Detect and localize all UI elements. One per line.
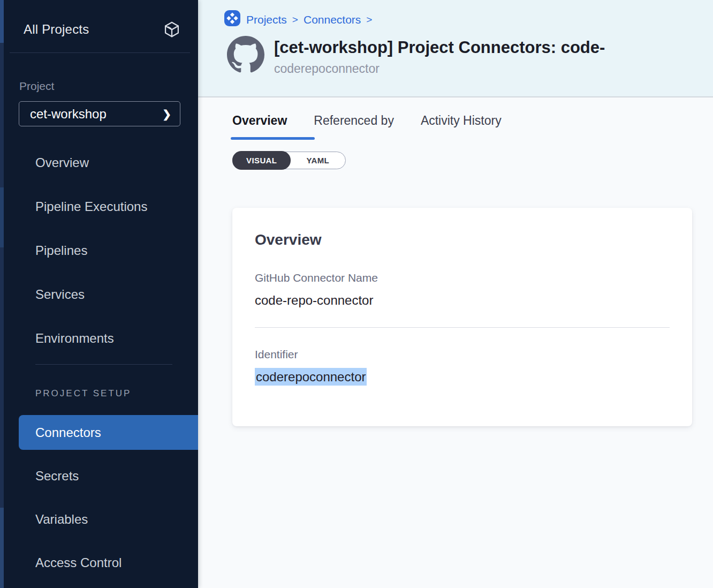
page-subtitle: coderepoconnector	[274, 62, 713, 76]
sidebar-setup-list: Connectors Secrets Variables Access Cont…	[0, 415, 198, 580]
nav-rail	[0, 0, 4, 588]
all-projects-label[interactable]: All Projects	[24, 22, 89, 37]
tab-activity-history[interactable]: Activity History	[421, 113, 502, 128]
breadcrumb-separator: >	[292, 14, 298, 26]
sidebar-item-pipelines[interactable]: Pipelines	[0, 243, 198, 258]
selected-text: coderepoconnector	[255, 368, 367, 386]
breadcrumb-projects[interactable]: Projects	[246, 13, 287, 26]
page-title: [cet-workshop] Project Connectors: code-	[274, 36, 713, 57]
tab-referenced-by[interactable]: Referenced by	[314, 113, 394, 128]
package-cube-icon[interactable]	[163, 20, 181, 39]
sidebar-item-access-control[interactable]: Access Control	[19, 545, 198, 580]
project-section-label: Project	[19, 80, 198, 93]
sidebar-item-services[interactable]: Services	[0, 287, 198, 301]
nav-rail-segment-bottom	[0, 508, 4, 588]
page-header: Projects > Connectors > [cet-workshop] P…	[198, 0, 713, 97]
nav-rail-segment-mid	[0, 187, 4, 247]
github-icon	[227, 36, 264, 73]
tab-bar: Overview Referenced by Activity History	[232, 97, 713, 128]
sidebar-item-variables[interactable]: Variables	[19, 502, 198, 537]
breadcrumb: Projects > Connectors >	[224, 0, 713, 29]
overview-card: Overview GitHub Connector Name code-repo…	[232, 208, 692, 426]
sidebar-item-environments[interactable]: Environments	[0, 331, 198, 345]
sidebar-divider-top	[10, 52, 190, 53]
breadcrumb-separator: >	[366, 14, 372, 26]
field-label-connector-name: GitHub Connector Name	[255, 272, 670, 284]
sidebar-item-overview[interactable]: Overview	[0, 155, 198, 170]
field-divider	[255, 327, 670, 328]
chevron-right-icon: ❯	[162, 108, 171, 120]
field-value-identifier: coderepoconnector	[255, 370, 670, 385]
field-value-connector-name: code-repo-connector	[255, 293, 670, 308]
card-heading: Overview	[255, 231, 670, 248]
visual-yaml-toggle: VISUAL YAML	[232, 152, 346, 169]
breadcrumb-connectors[interactable]: Connectors	[304, 13, 361, 26]
sidebar-item-pipeline-executions[interactable]: Pipeline Executions	[0, 199, 198, 214]
sidebar-divider-setup	[35, 364, 172, 365]
sidebar-item-secrets[interactable]: Secrets	[19, 458, 198, 493]
projects-diamond-icon	[224, 10, 241, 29]
project-setup-heading: PROJECT SETUP	[35, 388, 198, 399]
main-area: Projects > Connectors > [cet-workshop] P…	[198, 0, 713, 588]
content-area: Overview Referenced by Activity History …	[198, 97, 713, 588]
sidebar: All Projects Project cet-workshop ❯ Over…	[0, 0, 198, 588]
sidebar-item-connectors[interactable]: Connectors	[19, 415, 198, 450]
nav-rail-segment-top	[0, 0, 4, 43]
tab-overview[interactable]: Overview	[232, 113, 287, 128]
toggle-yaml[interactable]: YAML	[290, 156, 345, 165]
project-selector[interactable]: cet-workshop ❯	[19, 101, 180, 126]
sidebar-nav-list: Overview Pipeline Executions Pipelines S…	[0, 155, 198, 345]
field-label-identifier: Identifier	[255, 348, 670, 361]
project-selector-value: cet-workshop	[30, 107, 107, 122]
toggle-visual[interactable]: VISUAL	[232, 151, 291, 170]
